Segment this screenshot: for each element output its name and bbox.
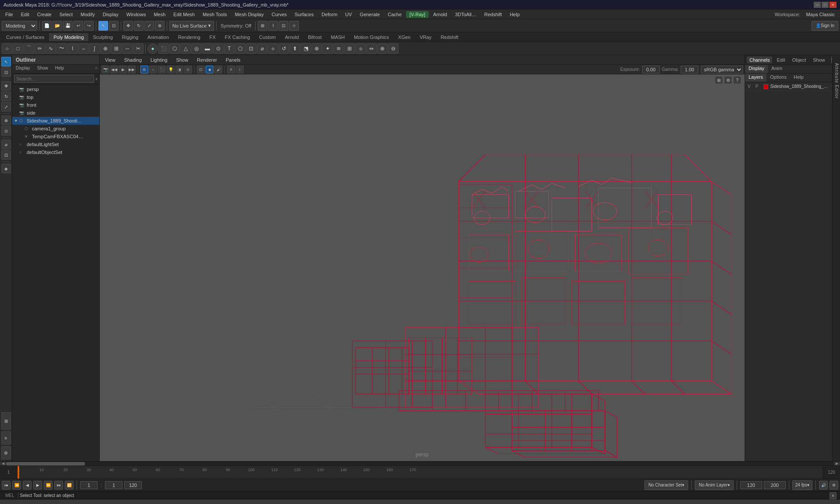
tab-rendering[interactable]: Rendering: [174, 33, 205, 41]
tool-torus[interactable]: ◎: [191, 43, 202, 54]
exposure-input[interactable]: 0.00: [642, 66, 660, 74]
close-button[interactable]: ✕: [830, 2, 836, 8]
outliner-item-top[interactable]: 📷 top: [12, 93, 99, 101]
outliner-item-lightset[interactable]: ○ defaultLightSet: [12, 140, 99, 148]
go-to-end-button[interactable]: ⏭: [54, 481, 63, 490]
vp-prev-frame-button[interactable]: ◀◀: [110, 66, 118, 74]
rp-tab-object[interactable]: Object: [789, 56, 808, 63]
rp-sub-tab-display[interactable]: Display: [745, 65, 768, 73]
menu-redshift[interactable]: Redshift: [481, 11, 505, 18]
rp-layer-tab-layers[interactable]: Layers: [745, 74, 766, 82]
tool-sphere[interactable]: ●: [147, 43, 158, 54]
tool-bezier[interactable]: ⌣: [78, 43, 89, 54]
layer-item-sideshow[interactable]: V P Sideshow_1889_Shooting_Gal: [745, 82, 832, 91]
menu-uv[interactable]: UV: [342, 11, 355, 18]
play-forward-button[interactable]: ▶: [33, 481, 42, 490]
tool-square[interactable]: □: [13, 43, 23, 54]
script-editor-button[interactable]: ≡: [830, 492, 836, 499]
menu-cache[interactable]: Cache: [384, 11, 405, 18]
rp-sub-tab-anim[interactable]: Anim: [768, 65, 786, 73]
tab-sculpting[interactable]: Sculpting: [89, 33, 117, 41]
tool-sweep[interactable]: ⌀: [257, 43, 267, 54]
lasso-select-button[interactable]: ⊡: [109, 21, 119, 31]
outliner-tab-help[interactable]: Help: [52, 65, 68, 73]
move-tool-button[interactable]: ✥: [123, 21, 133, 31]
outliner-tab-display[interactable]: Display: [12, 65, 34, 73]
rp-layer-tab-help[interactable]: Help: [790, 74, 807, 82]
timeline-scroll-track[interactable]: [6, 462, 834, 466]
menu-modify[interactable]: Modify: [77, 11, 98, 18]
menu-deform[interactable]: Deform: [318, 11, 341, 18]
loop-button[interactable]: 🔁: [65, 481, 74, 490]
menu-arnold[interactable]: Arnold: [430, 11, 451, 18]
tab-rigging[interactable]: Rigging: [118, 33, 143, 41]
viewport-menu-shading[interactable]: Shading: [122, 56, 144, 63]
rp-layer-tab-options[interactable]: Options: [766, 74, 790, 82]
outliner-item-objectset[interactable]: ○ defaultObjectSet: [12, 148, 99, 156]
mode-dropdown[interactable]: Modeling Rigging Animation FX Rendering: [2, 21, 37, 31]
rp-tab-channels[interactable]: Channels: [747, 56, 772, 63]
attribute-editor-tab[interactable]: Attribute Editor: [833, 60, 840, 102]
tool-subdiv[interactable]: ⊡: [246, 43, 256, 54]
timeline-scroll-left-button[interactable]: ◀: [0, 462, 6, 466]
workspace-value[interactable]: Maya Classic: [803, 11, 838, 18]
tab-fx[interactable]: FX: [205, 33, 220, 41]
rotate-tool-left-button[interactable]: ↻: [1, 91, 11, 101]
no-character-set-button[interactable]: No Character Set ▾: [644, 480, 688, 490]
tab-redshift[interactable]: Redshift: [436, 33, 462, 41]
tool-mirror[interactable]: ⇔: [366, 43, 377, 54]
tool-bevel[interactable]: ⬔: [301, 43, 311, 54]
rp-tab-edit[interactable]: Edit: [774, 56, 788, 63]
timeline-scroll-right-button[interactable]: ▶: [834, 462, 840, 466]
rotate-tool-button[interactable]: ↻: [134, 21, 144, 31]
vp-texture-button[interactable]: ⬛: [158, 66, 166, 74]
tool-type[interactable]: T: [224, 43, 234, 54]
tool-settings-button[interactable]: ⚙: [1, 446, 11, 459]
settings-button[interactable]: ⚙: [830, 481, 838, 490]
paint-weights-button[interactable]: ⊡: [1, 150, 11, 160]
menu-help[interactable]: Help: [506, 11, 523, 18]
tab-custom[interactable]: Custom: [255, 33, 280, 41]
outliner-tab-show[interactable]: Show: [34, 65, 52, 73]
vp-light-button[interactable]: 💡: [167, 66, 175, 74]
paint-select-button[interactable]: ⊡: [1, 67, 11, 77]
viewport-menu-renderer[interactable]: Renderer: [194, 56, 220, 63]
select-tool-button[interactable]: ↖: [98, 21, 108, 31]
tool-spline[interactable]: ⌇: [67, 43, 78, 54]
menu-mesh[interactable]: Mesh: [150, 11, 169, 18]
outliner-item-front[interactable]: 📷 front: [12, 101, 99, 109]
vp-grid-button[interactable]: #: [227, 66, 235, 74]
menu-generate[interactable]: Generate: [356, 11, 383, 18]
menu-display[interactable]: Display: [99, 11, 122, 18]
outliner-item-persp[interactable]: 📷 persp: [12, 85, 99, 93]
frame-range-start-input[interactable]: [105, 481, 122, 489]
total-frames-input[interactable]: [764, 481, 786, 489]
scale-tool-button[interactable]: ⤢: [144, 21, 154, 31]
vp-component-mode-button[interactable]: ⊡: [197, 66, 205, 74]
tool-combine[interactable]: ⊕: [377, 43, 388, 54]
attribute-list-button[interactable]: ⊞: [1, 412, 11, 430]
frame-range-end-input[interactable]: [124, 481, 142, 489]
outliner-menu-icon[interactable]: ≡: [93, 65, 99, 73]
audio-button[interactable]: 🔊: [819, 481, 828, 490]
tab-arnold[interactable]: Arnold: [280, 33, 303, 41]
menu-3dtoall[interactable]: 3DToAll…: [452, 11, 480, 18]
vp-wireframe-button[interactable]: ⊞: [140, 66, 148, 74]
tool-arc[interactable]: ⌒: [24, 43, 34, 54]
maximize-button[interactable]: □: [822, 2, 829, 8]
snap-curve-button[interactable]: ⌇: [268, 21, 278, 31]
save-scene-button[interactable]: 💾: [63, 21, 73, 31]
tool-revolve[interactable]: ↺: [279, 43, 289, 54]
menu-mesh-tools[interactable]: Mesh Tools: [199, 11, 230, 18]
menu-vray[interactable]: [V-Ray]: [406, 11, 429, 18]
tool-boolean[interactable]: ⊗: [312, 43, 322, 54]
step-forward-button[interactable]: ⏩: [44, 481, 52, 490]
menu-surfaces[interactable]: Surfaces: [291, 11, 317, 18]
menu-windows[interactable]: Windows: [123, 11, 150, 18]
outliner-item-side[interactable]: 📷 side: [12, 109, 99, 117]
go-to-start-button[interactable]: ⏮: [2, 481, 10, 490]
snap-grid-button[interactable]: ⊞: [258, 21, 267, 31]
menu-mesh-display[interactable]: Mesh Display: [231, 11, 267, 18]
tool-cube[interactable]: ⬛: [158, 43, 169, 54]
vp-smooth-button[interactable]: ○: [149, 66, 157, 74]
